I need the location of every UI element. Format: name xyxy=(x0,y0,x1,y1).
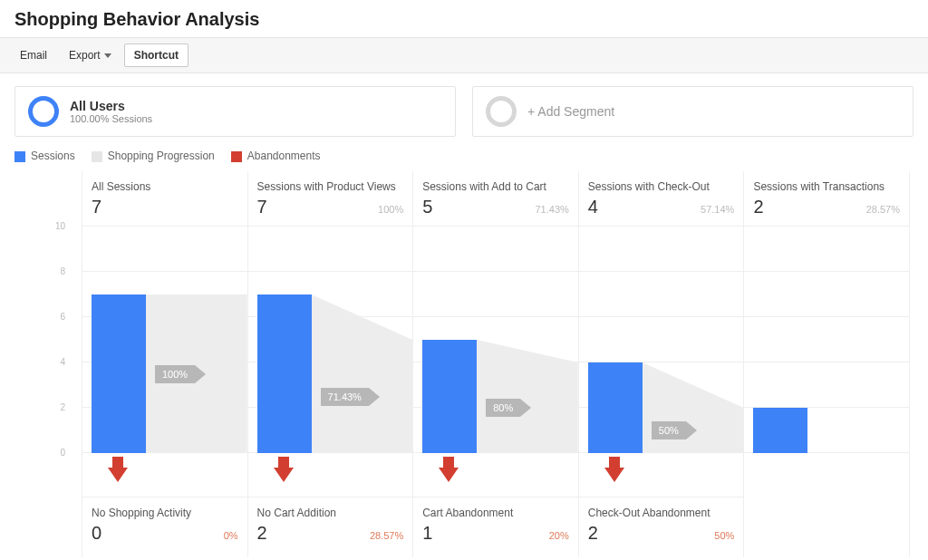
step-label: Sessions with Product Views xyxy=(257,180,404,193)
abandon-footer: No Shopping Activity00% xyxy=(82,497,247,557)
step-chart-area: 50% xyxy=(579,227,744,453)
legend-item-progression: Shopping Progression xyxy=(92,150,215,162)
export-button[interactable]: Export xyxy=(60,44,121,66)
progression-flow xyxy=(643,362,744,453)
y-tick: 2 xyxy=(60,402,65,412)
step-chart-area: 71.43% xyxy=(248,227,413,453)
step-header: Sessions with Check-Out457.14% xyxy=(579,171,744,227)
step-pct: 100% xyxy=(378,204,403,215)
abandon-label: No Shopping Activity xyxy=(92,507,238,519)
abandon-pct: 28.57% xyxy=(370,530,403,541)
add-segment-label: + Add Segment xyxy=(527,104,614,119)
abandon-label: Cart Abandonment xyxy=(422,507,569,519)
segment-row: All Users 100.00% Sessions + Add Segment xyxy=(14,86,914,137)
step-value: 4 xyxy=(588,197,598,217)
legend: Sessions Shopping Progression Abandonmen… xyxy=(14,150,914,162)
abandon-footer: Cart Abandonment120% xyxy=(413,497,578,557)
progression-arrow: 71.43% xyxy=(321,388,380,406)
step-value: 7 xyxy=(257,197,267,217)
funnel-step[interactable]: All Sessions7100%No Shopping Activity00% xyxy=(82,171,247,557)
step-header: All Sessions7 xyxy=(82,171,247,227)
step-label: Sessions with Add to Cart xyxy=(422,180,569,193)
step-pct: 57.14% xyxy=(701,204,734,215)
step-header: Sessions with Add to Cart571.43% xyxy=(413,171,578,227)
progression-arrow: 80% xyxy=(486,399,531,417)
progression-arrow: 100% xyxy=(155,365,206,383)
arrow-down-icon xyxy=(108,468,128,482)
shortcut-button[interactable]: Shortcut xyxy=(124,43,188,67)
arrow-down-icon xyxy=(439,468,459,482)
abandon-value: 2 xyxy=(588,523,598,544)
page-title: Shopping Behavior Analysis xyxy=(14,9,914,30)
arrow-down-icon xyxy=(274,468,294,482)
sessions-bar xyxy=(257,294,312,453)
step-label: Sessions with Check-Out xyxy=(588,180,735,193)
y-tick: 4 xyxy=(60,357,65,367)
abandon-pct: 50% xyxy=(714,530,734,541)
step-value: 2 xyxy=(753,197,763,217)
progression-pct: 100% xyxy=(155,365,195,383)
funnel-chart: 0246810 All Sessions7100%No Shopping Act… xyxy=(9,171,919,557)
y-tick: 8 xyxy=(60,266,65,276)
step-chart-area: 80% xyxy=(413,227,578,453)
chevron-down-icon xyxy=(104,53,111,58)
sessions-bar xyxy=(753,408,807,453)
abandon-label: No Cart Addition xyxy=(257,507,404,519)
sessions-bar xyxy=(422,340,477,453)
step-pct: 71.43% xyxy=(535,204,568,215)
sessions-bar xyxy=(92,294,146,453)
step-header: Sessions with Product Views7100% xyxy=(248,171,413,227)
abandon-pct: 20% xyxy=(549,530,569,541)
email-button[interactable]: Email xyxy=(11,44,56,66)
abandon-arrow-area xyxy=(248,453,413,497)
step-label: Sessions with Transactions xyxy=(753,180,900,193)
abandon-footer: No Cart Addition228.57% xyxy=(248,497,413,557)
abandon-arrow-area xyxy=(82,453,247,497)
segment-add[interactable]: + Add Segment xyxy=(472,86,914,137)
progression-arrow: 50% xyxy=(652,421,697,439)
abandon-label: Check-Out Abandonment xyxy=(588,507,735,519)
abandon-value: 1 xyxy=(422,523,432,544)
legend-item-sessions: Sessions xyxy=(14,150,75,162)
abandon-footer: Check-Out Abandonment250% xyxy=(579,497,744,557)
y-tick: 0 xyxy=(60,448,65,458)
funnel-step[interactable]: Sessions with Product Views7100%71.43%No… xyxy=(247,171,413,557)
segment-circle-icon xyxy=(28,96,59,127)
progression-pct: 71.43% xyxy=(321,388,369,406)
y-tick: 6 xyxy=(60,312,65,322)
abandon-value: 0 xyxy=(92,523,102,544)
abandon-pct: 0% xyxy=(224,530,238,541)
funnel-step[interactable]: Sessions with Transactions228.57% xyxy=(743,171,910,557)
funnel-columns: All Sessions7100%No Shopping Activity00%… xyxy=(82,171,910,557)
step-header: Sessions with Transactions228.57% xyxy=(744,171,909,227)
abandon-value: 2 xyxy=(257,523,267,544)
segment-title: All Users xyxy=(70,99,152,113)
progression-flow xyxy=(312,294,413,453)
step-label: All Sessions xyxy=(92,180,238,193)
toolbar: Email Export Shortcut xyxy=(0,37,928,73)
arrow-down-icon xyxy=(604,468,624,482)
segment-circle-icon xyxy=(486,96,517,127)
step-value: 7 xyxy=(92,197,102,217)
step-chart-area xyxy=(744,227,909,453)
step-value: 5 xyxy=(422,197,432,217)
y-tick: 10 xyxy=(55,221,65,231)
step-pct: 28.57% xyxy=(866,204,900,215)
progression-pct: 80% xyxy=(486,399,520,417)
abandon-arrow-area xyxy=(413,453,578,497)
legend-item-abandonments: Abandonments xyxy=(231,150,321,162)
progression-flow xyxy=(477,340,578,453)
segment-all-users[interactable]: All Users 100.00% Sessions xyxy=(14,86,456,137)
funnel-step[interactable]: Sessions with Check-Out457.14%50%Check-O… xyxy=(578,171,744,557)
abandon-arrow-area xyxy=(579,453,744,497)
funnel-step[interactable]: Sessions with Add to Cart571.43%80%Cart … xyxy=(412,171,578,557)
progression-pct: 50% xyxy=(652,421,686,439)
segment-subtitle: 100.00% Sessions xyxy=(70,113,152,124)
sessions-bar xyxy=(588,362,643,453)
step-chart-area: 100% xyxy=(82,227,247,453)
export-label: Export xyxy=(69,49,101,62)
